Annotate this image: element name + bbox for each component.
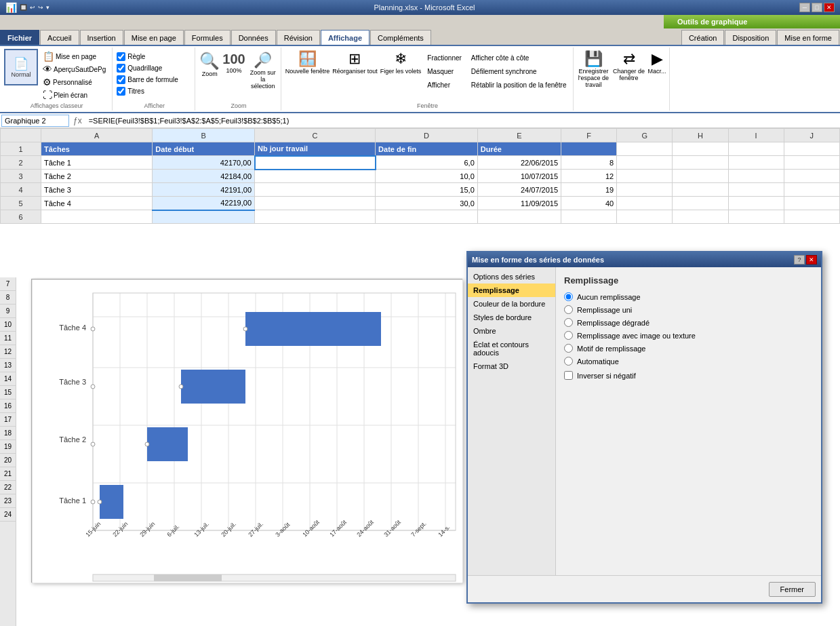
cell-h5[interactable] (673, 197, 728, 210)
name-box[interactable] (1, 115, 69, 127)
cell-e4[interactable]: 24/07/2015 (477, 183, 561, 197)
cell-a1[interactable]: Tâches (41, 142, 153, 156)
tab-disposition[interactable]: Disposition (725, 30, 776, 45)
cell-f5[interactable]: 40 (561, 197, 617, 210)
cell-d6[interactable] (376, 210, 478, 224)
tab-formules[interactable]: Formules (184, 30, 231, 45)
cell-d3[interactable]: 10,0 (376, 170, 478, 183)
tab-complements[interactable]: Compléments (370, 30, 431, 45)
barre-formule-checkbox-row[interactable]: Barre de formule (117, 75, 178, 84)
cell-g1[interactable] (617, 142, 673, 156)
barre-formule-checkbox[interactable] (117, 75, 125, 84)
cell-a4[interactable]: Tâche 3 (41, 183, 153, 197)
quadrillage-checkbox[interactable] (117, 64, 125, 73)
cell-d4[interactable]: 15,0 (376, 183, 478, 197)
enregistrer-workspace-button[interactable]: 💾 Enregistrer l'espace de travail (578, 50, 610, 88)
sidebar-item-format-3d[interactable]: Format 3D (468, 359, 555, 373)
cell-a3[interactable]: Tâche 2 (41, 170, 153, 183)
cell-h2[interactable] (673, 156, 728, 170)
col-header-h[interactable]: H (673, 129, 728, 142)
cell-f4[interactable]: 19 (561, 183, 617, 197)
col-header-f[interactable]: F (561, 129, 617, 142)
cell-j2[interactable] (784, 156, 839, 170)
radio-input-auto[interactable] (564, 357, 573, 366)
mise-en-page-view-button[interactable]: 📋 Mise en page (39, 50, 109, 62)
cell-g3[interactable] (617, 170, 673, 183)
cell-b3[interactable]: 42184,00 (153, 170, 255, 183)
cell-j1[interactable] (784, 142, 839, 156)
cell-i6[interactable] (728, 210, 784, 224)
masquer-button[interactable]: Masquer (424, 65, 465, 77)
window-controls[interactable]: ─ □ ✕ (799, 3, 835, 12)
tab-revision[interactable]: Révision (277, 30, 320, 45)
regle-checkbox[interactable] (117, 52, 125, 61)
tab-creation[interactable]: Création (681, 30, 725, 45)
titres-checkbox-row[interactable]: Titres (117, 87, 144, 96)
sidebar-item-options-series[interactable]: Options des séries (468, 270, 555, 283)
cell-g2[interactable] (617, 156, 673, 170)
col-header-d[interactable]: D (376, 129, 478, 142)
nouvelle-fenetre-button[interactable]: 🪟 Nouvelle fenêtre (285, 50, 330, 75)
sidebar-item-styles-bordure[interactable]: Styles de bordure (468, 311, 555, 324)
cell-b1[interactable]: Date début (153, 142, 255, 156)
col-header-c[interactable]: C (255, 129, 376, 142)
zoom-100-button[interactable]: 100 100% (222, 52, 245, 74)
close-button[interactable]: ✕ (824, 3, 835, 12)
cell-c1[interactable]: Nb jour travail (255, 142, 376, 156)
tab-fichier[interactable]: Fichier (0, 30, 39, 45)
cell-h6[interactable] (673, 210, 728, 224)
radio-motif-remplissage[interactable]: Motif de remplissage (564, 344, 813, 353)
cell-h4[interactable] (673, 183, 728, 197)
cell-c2[interactable] (255, 156, 376, 170)
cell-f3[interactable]: 12 (561, 170, 617, 183)
dialog-close-button[interactable]: ✕ (806, 255, 817, 265)
normal-button[interactable]: 📄 Normal (4, 49, 38, 85)
radio-automatique[interactable]: Automatique (564, 357, 813, 366)
cell-b2[interactable]: 42170,00 (153, 156, 255, 170)
fractionner-button[interactable]: Fractionner (424, 52, 465, 64)
radio-input-motif[interactable] (564, 344, 573, 353)
minimize-button[interactable]: ─ (799, 3, 810, 12)
cell-h3[interactable] (673, 170, 728, 183)
macros-button[interactable]: ▶ Macr... (648, 50, 666, 75)
sidebar-item-remplissage[interactable]: Remplissage (468, 283, 555, 297)
maximize-button[interactable]: □ (812, 3, 822, 12)
cell-i4[interactable] (728, 183, 784, 197)
quadrillage-checkbox-row[interactable]: Quadrillage (117, 64, 162, 73)
changer-fenetre-button[interactable]: ⇄ Changer de fenêtre (613, 50, 645, 81)
figer-volets-button[interactable]: ❄ Figer les volets (380, 50, 422, 75)
cell-c4[interactable] (255, 183, 376, 197)
inverser-negatif-checkbox[interactable] (564, 371, 573, 380)
cell-c6[interactable] (255, 210, 376, 224)
cell-b6[interactable] (153, 210, 255, 224)
cell-j5[interactable] (784, 197, 839, 210)
sidebar-item-couleur-bordure[interactable]: Couleur de la bordure (468, 297, 555, 311)
cell-d1[interactable]: Date de fin (376, 142, 478, 156)
cell-j4[interactable] (784, 183, 839, 197)
radio-input-uni[interactable] (564, 305, 573, 314)
col-header-i[interactable]: I (728, 129, 784, 142)
cell-d5[interactable]: 30,0 (376, 197, 478, 210)
tab-mise-en-forme[interactable]: Mise en forme (777, 30, 839, 45)
formula-input[interactable] (86, 117, 839, 125)
apercu-button[interactable]: 👁 AperçuSautDePg (39, 63, 109, 75)
afficher-cote-button[interactable]: Afficher côte à côte (468, 52, 570, 64)
col-header-a[interactable]: A (41, 129, 153, 142)
dialog-help-button[interactable]: ? (794, 255, 805, 265)
cell-f1[interactable] (561, 142, 617, 156)
cell-e5[interactable]: 11/09/2015 (477, 197, 561, 210)
cell-e6[interactable] (477, 210, 561, 224)
cell-e2[interactable]: 22/06/2015 (477, 156, 561, 170)
sidebar-item-ombre[interactable]: Ombre (468, 324, 555, 338)
cell-d2[interactable]: 6,0 (376, 156, 478, 170)
cell-a5[interactable]: Tâche 4 (41, 197, 153, 210)
afficher-btn[interactable]: Afficher (424, 79, 465, 91)
col-header-b[interactable]: B (153, 129, 255, 142)
personnalise-button[interactable]: ⚙ Personnalisé (39, 76, 109, 88)
cell-e3[interactable]: 10/07/2015 (477, 170, 561, 183)
col-header-e[interactable]: E (477, 129, 561, 142)
cell-c5[interactable] (255, 197, 376, 210)
cell-e1[interactable]: Durée (477, 142, 561, 156)
radio-input-image[interactable] (564, 331, 573, 340)
cell-i3[interactable] (728, 170, 784, 183)
